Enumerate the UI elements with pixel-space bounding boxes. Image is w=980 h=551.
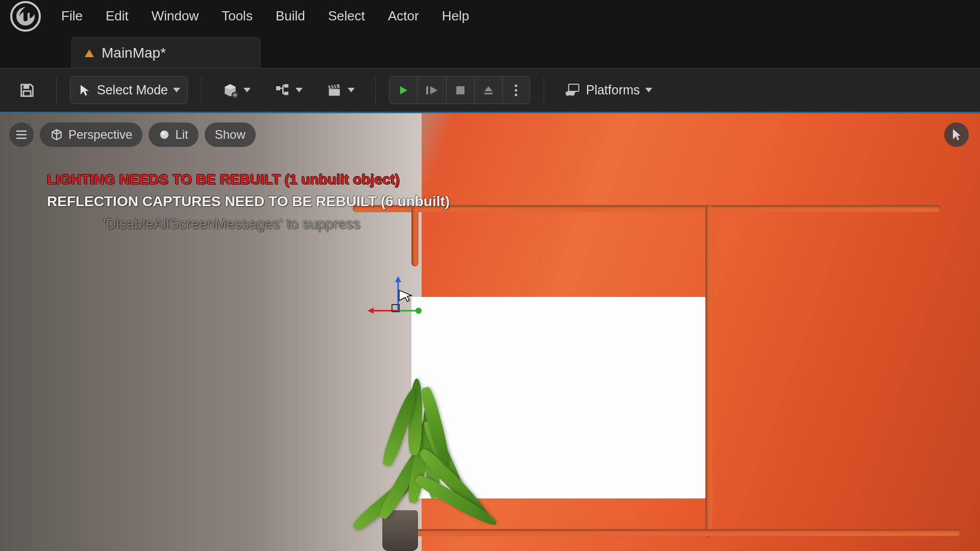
svg-rect-9 <box>456 86 464 94</box>
chevron-down-icon <box>348 88 355 92</box>
chevron-down-icon <box>173 88 180 92</box>
select-mode-label: Select Mode <box>97 83 168 97</box>
gamepad-monitor-icon <box>565 83 581 97</box>
clapboard-icon <box>326 82 342 98</box>
eject-button[interactable] <box>474 76 502 104</box>
separator <box>56 76 57 104</box>
separator <box>375 76 376 104</box>
cinematics-button[interactable] <box>319 76 362 104</box>
svg-rect-7 <box>329 89 339 95</box>
svg-rect-5 <box>284 84 288 88</box>
tab-mainmap[interactable]: MainMap* <box>71 37 260 68</box>
menu-edit[interactable]: Edit <box>106 8 129 24</box>
menu-file[interactable]: File <box>61 8 83 24</box>
lighting-warning: LIGHTING NEEDS TO BE REBUILT (1 unbuilt … <box>47 168 450 190</box>
save-button[interactable] <box>11 76 43 104</box>
play-options-button[interactable] <box>502 76 530 104</box>
platforms-label: Platforms <box>586 83 640 97</box>
viewport-warnings: LIGHTING NEEDS TO BE REBUILT (1 unbuilt … <box>47 168 450 235</box>
svg-point-13 <box>515 93 518 96</box>
select-mode-dropdown[interactable]: Select Mode <box>70 76 188 104</box>
cube-add-icon <box>222 82 238 98</box>
tab-label: MainMap* <box>102 45 166 61</box>
svg-rect-2 <box>23 91 31 96</box>
step-button[interactable] <box>417 76 446 104</box>
blueprint-button[interactable] <box>267 76 310 104</box>
svg-point-24 <box>161 132 165 135</box>
separator <box>544 76 544 104</box>
viewport-menu-button[interactable] <box>9 122 34 147</box>
viewport-overlay: Perspective Lit Show <box>9 122 256 147</box>
stop-icon <box>455 85 466 96</box>
svg-point-11 <box>515 84 518 87</box>
lit-dropdown[interactable]: Lit <box>149 122 198 147</box>
separator <box>201 76 202 104</box>
reflection-warning: REFLECTION CAPTURES NEED TO BE REBUILT (… <box>47 190 450 212</box>
svg-rect-8 <box>426 86 428 94</box>
chevron-down-icon <box>645 88 652 92</box>
eject-icon <box>482 84 495 96</box>
menu-window[interactable]: Window <box>152 8 199 24</box>
menu-bar: File Edit Window Tools Build Select Acto… <box>0 0 980 32</box>
menu-build[interactable]: Build <box>276 8 305 24</box>
svg-point-21 <box>415 308 422 314</box>
transform-gizmo[interactable] <box>368 275 429 336</box>
add-content-button[interactable] <box>215 76 258 104</box>
play-controls <box>389 76 530 104</box>
step-icon <box>425 84 439 96</box>
platforms-dropdown[interactable]: Platforms <box>557 76 659 104</box>
menu-select[interactable]: Select <box>328 8 365 24</box>
cursor-icon <box>951 128 962 141</box>
show-dropdown[interactable]: Show <box>205 122 256 147</box>
svg-rect-14 <box>569 84 579 91</box>
sphere-icon <box>159 129 170 140</box>
lit-label: Lit <box>175 128 188 142</box>
svg-rect-10 <box>484 93 493 94</box>
menu-actor[interactable]: Actor <box>388 8 419 24</box>
hamburger-icon <box>15 130 28 139</box>
menu-help[interactable]: Help <box>442 8 469 24</box>
svg-marker-19 <box>368 308 374 314</box>
svg-point-12 <box>515 89 518 91</box>
svg-point-0 <box>11 2 40 31</box>
svg-point-23 <box>160 131 169 139</box>
chevron-down-icon <box>243 88 251 92</box>
viewport-cursor-button[interactable] <box>944 122 969 147</box>
blueprint-icon <box>274 82 290 98</box>
chevron-down-icon <box>296 88 303 92</box>
viewport[interactable]: Perspective Lit Show LIGHTING NEEDS TO B… <box>0 112 980 551</box>
svg-rect-4 <box>276 86 280 90</box>
play-icon <box>397 83 409 97</box>
level-icon <box>83 47 95 59</box>
tab-row: MainMap* <box>0 32 980 68</box>
svg-marker-17 <box>395 276 401 282</box>
menu-tools[interactable]: Tools <box>222 8 253 24</box>
cube-icon <box>50 128 63 141</box>
stop-button[interactable] <box>446 76 474 104</box>
suppress-hint: 'DisableAllScreenMessages' to suppress <box>47 213 450 235</box>
floppy-icon <box>18 82 36 99</box>
show-label: Show <box>215 128 246 142</box>
perspective-label: Perspective <box>68 128 132 142</box>
kebab-icon <box>514 84 518 97</box>
svg-rect-6 <box>284 91 288 95</box>
svg-rect-1 <box>23 84 29 89</box>
play-button[interactable] <box>389 76 417 104</box>
perspective-dropdown[interactable]: Perspective <box>40 122 142 147</box>
unreal-logo[interactable] <box>5 0 46 33</box>
toolbar: Select Mode <box>0 68 980 112</box>
cursor-select-icon <box>78 83 92 97</box>
